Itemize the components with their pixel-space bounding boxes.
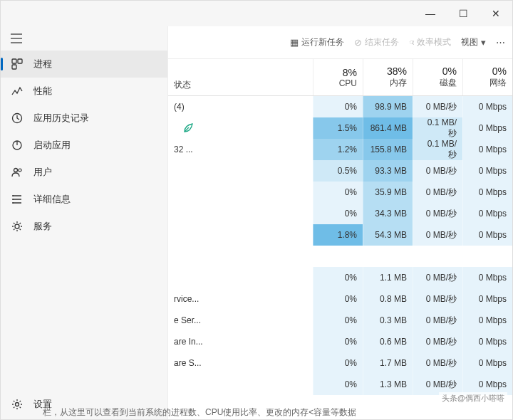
nav-performance[interactable]: 性能 xyxy=(1,78,167,105)
disk-cell: 0 MB/秒 xyxy=(413,160,462,182)
svg-rect-2 xyxy=(12,65,16,69)
svg-point-11 xyxy=(16,403,19,406)
cpu-cell: 0% xyxy=(313,352,363,374)
details-icon xyxy=(11,194,24,205)
mem-cell: 861.4 MB xyxy=(363,117,413,139)
process-name-cell: are S... xyxy=(168,358,313,368)
header-net-label: 网络 xyxy=(489,77,507,89)
disk-cell: 0 MB/秒 xyxy=(413,224,462,246)
table-row[interactable]: 0%1.1 MB0 MB/秒0 Mbps xyxy=(168,267,512,288)
disk-cell: 0 MB/秒 xyxy=(413,203,462,224)
hamburger-button[interactable] xyxy=(1,26,167,48)
svg-rect-1 xyxy=(18,59,22,63)
table-row[interactable]: 1.5%861.4 MB0.1 MB/秒0 Mbps xyxy=(168,117,512,139)
users-icon xyxy=(11,167,24,178)
mem-cell: 98.9 MB xyxy=(363,96,413,117)
mem-cell: 1.3 MB xyxy=(363,374,413,395)
net-cell: 0 Mbps xyxy=(462,182,512,203)
header-disk[interactable]: 0% 磁盘 xyxy=(413,59,462,95)
net-cell: 0 Mbps xyxy=(462,96,512,117)
services-icon xyxy=(11,221,24,232)
minimize-button[interactable]: — xyxy=(414,1,447,26)
net-cell: 0 Mbps xyxy=(462,352,512,374)
svg-point-7 xyxy=(12,195,14,196)
task-manager-window: — ☐ ✕ 进程 性能 应用历史记录 xyxy=(0,0,513,420)
hamburger-icon xyxy=(11,33,22,43)
header-cpu[interactable]: 8% CPU xyxy=(313,59,363,95)
end-task-label: 结束任务 xyxy=(365,36,399,48)
nav-label: 进程 xyxy=(33,58,52,70)
net-cell: 0 Mbps xyxy=(462,117,512,139)
mem-cell: 1.1 MB xyxy=(363,267,413,288)
svg-point-5 xyxy=(14,169,18,172)
mem-cell: 35.9 MB xyxy=(363,182,413,203)
nav-label: 详细信息 xyxy=(33,193,71,206)
run-task-label: 运行新任务 xyxy=(301,36,344,48)
nav-details[interactable]: 详细信息 xyxy=(1,186,167,213)
process-name-cell: (4) xyxy=(168,102,313,112)
nav-label: 服务 xyxy=(33,220,52,233)
nav-list: 进程 性能 应用历史记录 启动应用 用户 xyxy=(1,48,167,389)
view-button[interactable]: 视图 ▾ xyxy=(461,36,486,48)
cpu-cell: 0% xyxy=(313,182,363,203)
nav-label: 应用历史记录 xyxy=(33,112,89,125)
header-network[interactable]: 0% 网络 xyxy=(462,59,512,95)
table-row[interactable]: 0.5%93.3 MB0 MB/秒0 Mbps xyxy=(168,160,512,182)
more-button[interactable]: ⋯ xyxy=(496,37,505,48)
table-row[interactable]: e Ser...0%0.3 MB0 MB/秒0 Mbps xyxy=(168,310,512,331)
nav-label: 性能 xyxy=(33,85,52,98)
table-row[interactable]: 0%35.9 MB0 MB/秒0 Mbps xyxy=(168,182,512,203)
header-memory[interactable]: 38% 内存 xyxy=(363,59,413,95)
disk-cell: 0 MB/秒 xyxy=(413,288,462,310)
end-task-button[interactable]: ⊘ 结束任务 xyxy=(354,36,399,48)
table-row[interactable]: (4)0%98.9 MB0 MB/秒0 Mbps xyxy=(168,96,512,117)
table-row[interactable]: are S...0%1.7 MB0 MB/秒0 Mbps xyxy=(168,352,512,374)
mem-cell: 54.3 MB xyxy=(363,224,413,246)
net-cell: 0 Mbps xyxy=(462,310,512,331)
nav-startup[interactable]: 启动应用 xyxy=(1,132,167,159)
nav-services[interactable]: 服务 xyxy=(1,213,167,240)
disk-cell: 0 MB/秒 xyxy=(413,352,462,374)
header-net-pct: 0% xyxy=(492,65,507,77)
disk-cell: 0 MB/秒 xyxy=(413,96,462,117)
table-row[interactable]: 1.8%54.3 MB0 MB/秒0 Mbps xyxy=(168,224,512,246)
cpu-cell: 0% xyxy=(313,374,363,395)
history-icon xyxy=(11,112,24,124)
cpu-cell: 0% xyxy=(313,203,363,224)
mem-cell: 155.8 MB xyxy=(363,139,413,160)
watermark: 头条@偶西小嗒嗒 xyxy=(439,392,507,404)
nav-app-history[interactable]: 应用历史记录 xyxy=(1,105,167,132)
main-panel: ▦ 运行新任务 ⊘ 结束任务 ᰦ 效率模式 视图 ▾ ⋯ xyxy=(168,26,512,419)
process-name-cell xyxy=(168,122,313,134)
net-cell: 0 Mbps xyxy=(462,160,512,182)
header-mem-pct: 38% xyxy=(387,65,407,77)
startup-icon xyxy=(11,140,24,151)
net-cell: 0 Mbps xyxy=(462,331,512,352)
more-icon: ⋯ xyxy=(496,37,505,48)
header-cpu-label: CPU xyxy=(339,78,357,88)
mem-cell: 1.7 MB xyxy=(363,352,413,374)
maximize-button[interactable]: ☐ xyxy=(447,1,480,26)
disk-cell: 0.1 MB/秒 xyxy=(413,139,462,160)
header-status[interactable]: 状态 xyxy=(168,59,313,95)
efficiency-button[interactable]: ᰦ 效率模式 xyxy=(409,36,451,48)
table-row[interactable]: are In...0%0.6 MB0 MB/秒0 Mbps xyxy=(168,331,512,352)
svg-rect-0 xyxy=(12,59,16,63)
close-button[interactable]: ✕ xyxy=(480,1,512,26)
cpu-cell: 0% xyxy=(313,310,363,331)
nav-users[interactable]: 用户 xyxy=(1,159,167,186)
table-row[interactable]: rvice...0%0.8 MB0 MB/秒0 Mbps xyxy=(168,288,512,310)
cpu-cell: 0% xyxy=(313,288,363,310)
run-task-button[interactable]: ▦ 运行新任务 xyxy=(290,36,344,48)
net-cell: 0 Mbps xyxy=(462,139,512,160)
nav-label: 启动应用 xyxy=(33,139,71,152)
cpu-cell: 0.5% xyxy=(313,160,363,182)
table-row[interactable]: 32 ...1.2%155.8 MB0.1 MB/秒0 Mbps xyxy=(168,139,512,160)
column-headers: 状态 8% CPU 38% 内存 0% 磁盘 0% 网络 xyxy=(168,59,512,96)
view-label: 视图 xyxy=(461,36,478,48)
nav-processes[interactable]: 进程 xyxy=(1,51,167,78)
mem-cell: 0.8 MB xyxy=(363,288,413,310)
disk-cell: 0 MB/秒 xyxy=(413,267,462,288)
svg-point-8 xyxy=(12,199,14,200)
table-row[interactable]: 0%34.3 MB0 MB/秒0 Mbps xyxy=(168,203,512,224)
